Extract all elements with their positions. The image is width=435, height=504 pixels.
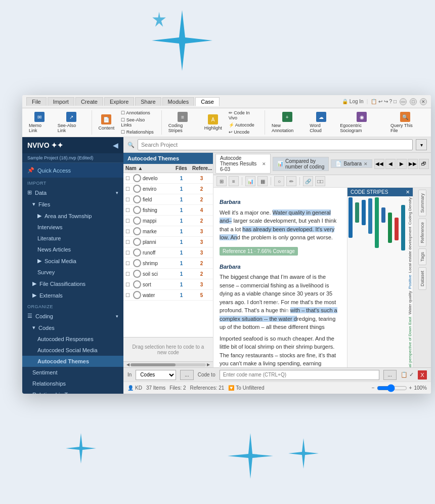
theme-row-marke[interactable]: ☐ marke 1 3 (123, 226, 213, 237)
sidebar-item-literature[interactable]: Literature (22, 233, 123, 244)
close-btn[interactable]: ✕ (420, 98, 427, 105)
summary-tab-summary[interactable]: Summary (418, 190, 426, 217)
tab-modules[interactable]: Modules (162, 97, 195, 106)
themes-hscroll[interactable]: ◀ ▶ (123, 361, 213, 367)
annotations-btn[interactable]: ☐ Annotations (119, 110, 157, 116)
list-view-btn[interactable]: ≡ (229, 176, 239, 186)
hscroll-right[interactable]: ▶ (206, 362, 211, 367)
shape-btn[interactable]: ○ (274, 176, 284, 186)
check-develo[interactable]: ☐ (123, 176, 132, 181)
uncode-btn[interactable]: ↩ Uncode (227, 129, 260, 135)
check-marke[interactable]: ☐ (123, 229, 132, 234)
theme-row-planni[interactable]: ☐ planni 1 3 (123, 237, 213, 247)
sidebar-item-coding[interactable]: ☰ Coding ▾ (22, 310, 123, 322)
nav-first-btn[interactable]: ◀◀ (374, 159, 384, 169)
maximize-btn[interactable]: □ (410, 98, 417, 105)
sidebar-item-classifications[interactable]: ▶ File Classifications (22, 278, 123, 289)
new-annotation-btn[interactable]: + New Annotation (269, 110, 305, 135)
sidebar-item-data[interactable]: ⊞ Data ▾ (22, 187, 123, 198)
sidebar-item-social[interactable]: ▶ Social Media (22, 255, 123, 267)
code-in-vivo-btn[interactable]: ✏ Code In Vivo (227, 110, 260, 121)
log-in-btn[interactable]: 🔒 Log In (342, 99, 364, 104)
sidebar-quick-access[interactable]: 📌 Quick Access (22, 163, 123, 178)
doc-tab-autocode[interactable]: Autocode Themes Results 6-03 ✕ (215, 154, 271, 174)
doc-tab-close-icon[interactable]: ✕ (262, 161, 266, 166)
minimize-btn[interactable]: — (400, 98, 407, 105)
query-file-btn[interactable]: 🔍 Query This File (388, 110, 423, 135)
summary-tab-dataset[interactable]: Dataset (418, 267, 426, 290)
autocode-btn[interactable]: ⚡ Autocode (227, 122, 260, 128)
nav-prev-btn[interactable]: ◀ (385, 159, 396, 169)
theme-row-soilsci[interactable]: ☐ soil sci 1 2 (123, 269, 213, 279)
sidebar-item-news[interactable]: News Articles (22, 244, 123, 255)
theme-row-field[interactable]: ☐ field 1 2 (123, 194, 213, 205)
sidebar-item-survey[interactable]: Survey (22, 267, 123, 278)
bar-chart-btn[interactable]: ▦ (257, 176, 268, 186)
bottom-dots-btn[interactable]: ... (180, 370, 193, 380)
check-fishing[interactable]: ☐ (123, 207, 132, 213)
tab-create[interactable]: Create (75, 97, 103, 106)
theme-row-runoff[interactable]: ☐ runoff 1 3 (123, 247, 213, 258)
nav-next-btn[interactable]: ▶ (397, 159, 407, 169)
nav-last-btn[interactable]: ▶▶ (408, 159, 418, 169)
barbara-close-icon[interactable]: ✕ (364, 161, 368, 166)
tab-import[interactable]: Import (48, 97, 74, 106)
code-stripes-close[interactable]: ✕ (406, 189, 410, 195)
check-field[interactable]: ☐ (123, 197, 132, 202)
close-code-btn[interactable]: X (418, 370, 427, 380)
zoom-minus-btn[interactable]: − (372, 385, 375, 391)
draw-btn[interactable]: ✏ (286, 176, 296, 186)
doc-restore-btn[interactable]: 🗗 (419, 159, 429, 169)
theme-row-shrimp[interactable]: ☐ shrimp 1 2 (123, 258, 213, 269)
check-sort[interactable]: ☐ (123, 282, 132, 287)
sidebar-item-area[interactable]: ▶ Area and Township (22, 210, 123, 222)
relationships-btn[interactable]: ☐ Relationships (119, 129, 157, 135)
theme-row-mappi[interactable]: ☐ mappi 1 2 (123, 216, 213, 226)
sidebar-item-autocoded-social[interactable]: Autocoded Social Media (22, 345, 123, 356)
check-runoff[interactable]: ☐ (123, 250, 132, 256)
link-btn[interactable]: 🔗 (303, 176, 313, 186)
sidebar-item-externals[interactable]: ▶ Externals (22, 289, 123, 301)
see-also-link-btn[interactable]: ↗ See-Also Link (55, 110, 88, 135)
memo-link-btn[interactable]: ✉ Memo Link (26, 110, 53, 135)
sidebar-item-codes[interactable]: ▾ Codes (22, 322, 123, 333)
check-mappi[interactable]: ☐ (123, 218, 132, 224)
tab-explore[interactable]: Explore (104, 97, 134, 106)
zoom-in-btn[interactable]: ⊞ (216, 176, 227, 186)
doc-text-area[interactable]: Barbara Well it's a major one. Water qua… (213, 188, 347, 367)
layout-btn[interactable]: □□ (315, 176, 325, 186)
sidebar-item-relationships[interactable]: Relationships (22, 378, 123, 389)
coding-stripes-btn[interactable]: ≡ Coding Stripes (166, 110, 200, 135)
check-water[interactable]: ☐ (123, 292, 132, 298)
codes-select[interactable]: Codes (136, 370, 176, 380)
chart-view-btn[interactable]: 📊 (245, 176, 255, 186)
search-input[interactable] (138, 139, 413, 150)
tab-share[interactable]: Share (135, 97, 161, 106)
check-shrimp[interactable]: ☐ (123, 261, 132, 266)
code-input[interactable] (220, 370, 379, 380)
see-also-links-btn[interactable]: ☐ See-Also Links (119, 117, 157, 128)
egocentric-btn[interactable]: ◉ Egocentric Sociogram (337, 110, 386, 135)
sidebar-item-files[interactable]: ▾ Files (22, 198, 123, 210)
doc-tab-barbara[interactable]: 📄 Barbara ✕ (331, 159, 372, 168)
hscroll-left[interactable]: ◀ (125, 362, 130, 367)
search-dropdown-btn[interactable]: ▾ (416, 139, 427, 150)
summary-tab-tags[interactable]: Tags (418, 248, 426, 265)
theme-row-fishing[interactable]: ☐ fishing 1 4 (123, 205, 213, 216)
content-btn[interactable]: 📄 Content (96, 113, 117, 132)
tab-file[interactable]: File (26, 97, 47, 106)
unfiltered-btn[interactable]: 🔽 To Unfiltered (228, 385, 264, 391)
sidebar-item-autocoded-responses[interactable]: Autocoded Responses (22, 333, 123, 345)
theme-row-enviro[interactable]: ☐ enviro 1 2 (123, 184, 213, 194)
theme-row-develo[interactable]: ☐ develo 1 3 (123, 173, 213, 184)
sidebar-item-interviews[interactable]: Interviews (22, 222, 123, 233)
sidebar-item-sentiment[interactable]: Sentiment (22, 367, 123, 378)
theme-row-water[interactable]: ☐ water 1 5 (123, 290, 213, 301)
code-input-dots-btn[interactable]: ... (383, 370, 397, 380)
highlight-btn[interactable]: A Highlight (202, 113, 225, 132)
zoom-slider[interactable] (377, 384, 407, 392)
doc-tab-compare[interactable]: 📊 Compared by number of coding (273, 157, 329, 171)
sidebar-item-relationship-types[interactable]: Relationship Types (22, 389, 123, 394)
zoom-plus-btn[interactable]: + (409, 385, 412, 391)
sidebar-item-autocoded-themes[interactable]: Autocoded Themes (22, 356, 123, 367)
